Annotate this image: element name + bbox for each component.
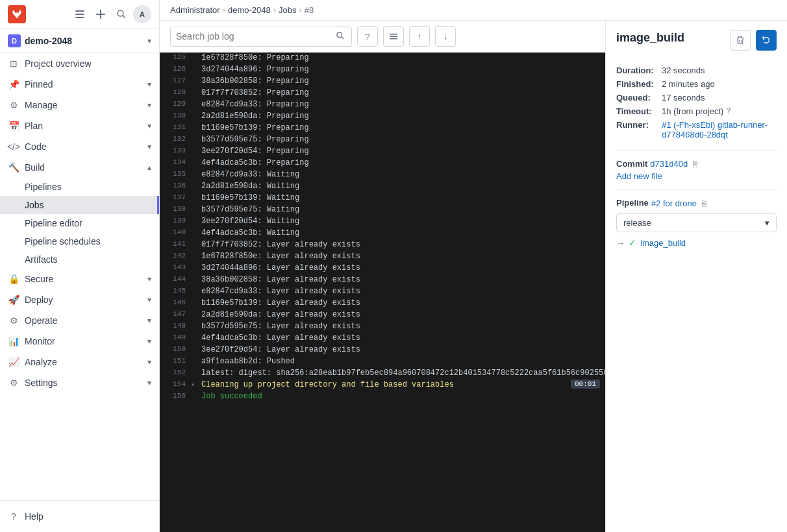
runner-label: Runner: — [616, 120, 662, 130]
line-number: 149 — [160, 333, 191, 342]
line-expand-icon — [191, 99, 201, 101]
branch-name: release — [623, 218, 651, 228]
sidebar-item-plan[interactable]: 📅 Plan ▾ — [0, 115, 159, 136]
project-header[interactable]: D demo-2048 ▾ — [0, 29, 159, 53]
log-line: 1251e67828f850e: Preparing — [160, 53, 605, 64]
timeout-help-icon[interactable]: ? — [726, 106, 731, 115]
line-expand-icon — [191, 228, 201, 229]
line-number: 136 — [160, 181, 191, 190]
delete-job-button[interactable] — [730, 30, 751, 51]
breadcrumb-jobs[interactable]: Jobs — [279, 5, 296, 15]
line-text: 1e67828f850e: Preparing — [201, 53, 605, 63]
line-expand-icon — [191, 64, 201, 66]
log-toolbar: ? ↑ ↓ — [160, 21, 605, 53]
line-number: 137 — [160, 193, 191, 202]
sidebar-item-project-overview[interactable]: ⊡ Project overview — [0, 53, 159, 74]
sidebar-item-secure[interactable]: 🔒 Secure ▾ — [0, 269, 159, 289]
line-expand-icon — [191, 169, 201, 171]
search-submit-button[interactable] — [334, 30, 346, 43]
job-name-link[interactable]: image_build — [640, 238, 686, 248]
sidebar-item-operate[interactable]: ⚙ Operate ▾ — [0, 310, 159, 331]
help-button[interactable]: ? — [357, 26, 378, 47]
breadcrumb-admin[interactable]: Administrator — [170, 5, 220, 15]
sidebar-item-jobs[interactable]: Jobs — [0, 196, 159, 214]
scroll-to-top-button[interactable]: ↑ — [409, 26, 430, 47]
sidebar-item-build[interactable]: 🔨 Build ▴ — [0, 157, 159, 178]
line-expand-icon — [191, 123, 201, 124]
pipeline-label: Pipeline — [616, 198, 649, 208]
line-number: 152 — [160, 368, 191, 377]
sidebar-item-label: Code — [25, 141, 46, 152]
log-line: 138b3577d595e75: Waiting — [160, 204, 605, 216]
new-item-button[interactable] — [92, 5, 110, 23]
search-button[interactable] — [112, 5, 131, 23]
sidebar-item-settings[interactable]: ⚙ Settings ▾ — [0, 372, 159, 393]
commit-hash-link[interactable]: d731d40d — [650, 159, 688, 169]
pipeline-link[interactable]: #2 for drone — [651, 199, 697, 208]
build-icon: 🔨 — [8, 162, 19, 173]
plan-chevron-icon: ▾ — [147, 121, 151, 130]
log-line: 137b1169e57b139: Waiting — [160, 193, 605, 204]
line-text: b3577d595e75: Layer already exists — [201, 321, 605, 332]
branch-dropdown[interactable]: release ▾ — [616, 213, 777, 232]
retry-job-button[interactable] — [756, 30, 777, 51]
breadcrumb-project[interactable]: demo-2048 — [228, 5, 271, 15]
sidebar-item-pipelines[interactable]: Pipelines — [0, 178, 159, 196]
help-item[interactable]: ? Help — [8, 506, 151, 527]
raw-log-button[interactable] — [383, 26, 404, 47]
sidebar-item-code[interactable]: </> Code ▾ — [0, 136, 159, 157]
line-expand-icon — [191, 146, 201, 147]
copy-pipeline-icon[interactable]: ⎘ — [702, 199, 706, 208]
sidebar-item-label: Deploy — [25, 295, 53, 305]
line-expand-icon[interactable]: ▾ — [191, 380, 201, 389]
line-number: 142 — [160, 251, 191, 260]
sidebar-item-pipeline-editor[interactable]: Pipeline editor — [0, 214, 159, 232]
sidebar-footer: ? Help — [0, 500, 159, 532]
duration-row: Duration: 32 seconds — [616, 66, 777, 75]
copy-commit-icon[interactable]: ⎘ — [693, 160, 697, 169]
scroll-to-bottom-button[interactable]: ↓ — [435, 26, 456, 47]
sidebar-item-monitor[interactable]: 📊 Monitor ▾ — [0, 331, 159, 352]
operate-icon: ⚙ — [8, 315, 19, 326]
add-file-link[interactable]: Add new file — [616, 171, 777, 181]
line-text: e82847cd9a33: Preparing — [201, 99, 605, 110]
search-input[interactable] — [176, 31, 334, 42]
line-expand-icon — [191, 134, 201, 136]
log-line: 141017f7f703852: Layer already exists — [160, 239, 605, 251]
log-line: 131b1169e57b139: Preparing — [160, 123, 605, 134]
log-content[interactable]: 1251e67828f850e: Preparing1263d274044a89… — [160, 53, 605, 532]
line-text: 38a36b002858: Preparing — [201, 76, 605, 86]
svg-point-7 — [337, 32, 342, 37]
user-avatar[interactable]: A — [133, 5, 151, 23]
line-number: 132 — [160, 134, 191, 143]
sidebar-item-deploy[interactable]: 🚀 Deploy ▾ — [0, 289, 159, 310]
line-expand-icon — [191, 216, 201, 217]
log-line: 151a9f1eaab8b2d: Pushed — [160, 356, 605, 368]
svg-rect-9 — [390, 34, 397, 35]
line-number: 138 — [160, 204, 191, 213]
runner-link[interactable]: #1 (-Fh-xsEbi) gitlab-runner-d778468d6-2… — [662, 120, 777, 139]
manage-chevron-icon: ▾ — [147, 101, 151, 110]
line-text: 2a2d81e590da: Preparing — [201, 111, 605, 121]
line-number: 148 — [160, 321, 191, 330]
line-number: 140 — [160, 228, 191, 237]
line-text: 2a2d81e590da: Layer already exists — [201, 309, 605, 320]
sidebar: A D demo-2048 ▾ ⊡ Project overview 📌 Pin… — [0, 0, 160, 532]
line-expand-icon — [191, 239, 201, 241]
log-line: 148b3577d595e75: Layer already exists — [160, 321, 605, 333]
sidebar-item-analyze[interactable]: 📈 Analyze ▾ — [0, 352, 159, 372]
line-number: 145 — [160, 286, 191, 295]
sidebar-item-artifacts[interactable]: Artifacts — [0, 250, 159, 269]
content-area: ? ↑ ↓ 1251e67828f850e: Preparing1263d274… — [160, 21, 787, 532]
line-number: 147 — [160, 309, 191, 319]
line-text: 3d274044a896: Preparing — [201, 64, 605, 75]
sidebar-item-pinned[interactable]: 📌 Pinned ▾ — [0, 74, 159, 95]
job-link: → ✓ image_build — [616, 237, 777, 248]
project-overview-icon: ⊡ — [8, 58, 19, 69]
sidebar-item-pipeline-schedules[interactable]: Pipeline schedules — [0, 232, 159, 250]
line-number: 141 — [160, 239, 191, 248]
sidebar-item-manage[interactable]: ⚙ Manage ▾ — [0, 95, 159, 115]
pinned-icon: 📌 — [8, 79, 19, 90]
sidebar-toggle-button[interactable] — [71, 5, 89, 23]
duration-label: Duration: — [616, 66, 662, 75]
